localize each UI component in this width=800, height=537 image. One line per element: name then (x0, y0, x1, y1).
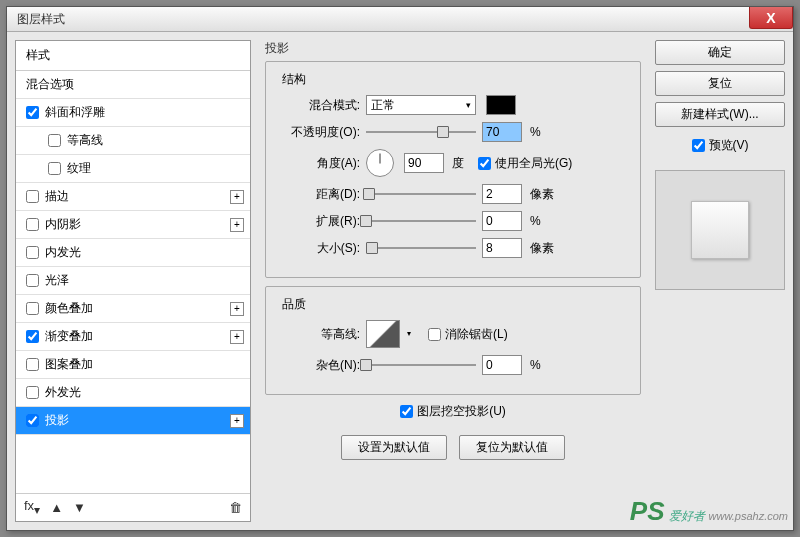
preview-checkbox[interactable]: 预览(V) (655, 137, 785, 154)
spread-row: 扩展(R): % (278, 211, 628, 231)
dialog-title: 图层样式 (17, 11, 65, 28)
effect-item[interactable]: 等高线 (16, 127, 250, 155)
effect-item[interactable]: 内发光 (16, 239, 250, 267)
noise-label: 杂色(N): (278, 357, 360, 374)
noise-input[interactable] (482, 355, 522, 375)
effect-checkbox[interactable] (26, 386, 39, 399)
shadow-color-swatch[interactable] (486, 95, 516, 115)
knockout-label: 图层挖空投影(U) (417, 403, 506, 420)
add-effect-icon[interactable]: + (230, 330, 244, 344)
ok-button[interactable]: 确定 (655, 40, 785, 65)
close-button[interactable]: X (749, 7, 793, 29)
effect-checkbox[interactable] (26, 106, 39, 119)
reset-button[interactable]: 复位 (655, 71, 785, 96)
distance-label: 距离(D): (278, 186, 360, 203)
global-light-input[interactable] (478, 157, 491, 170)
noise-slider[interactable] (366, 358, 476, 372)
effect-checkbox[interactable] (26, 246, 39, 259)
quality-title: 品质 (278, 296, 310, 313)
effect-item[interactable]: 图案叠加 (16, 351, 250, 379)
effect-checkbox[interactable] (26, 358, 39, 371)
effect-label: 纹理 (67, 160, 91, 177)
effect-label: 内发光 (45, 244, 81, 261)
distance-input[interactable] (482, 184, 522, 204)
opacity-label: 不透明度(O): (278, 124, 360, 141)
effect-label: 外发光 (45, 384, 81, 401)
layer-style-dialog: 图层样式 X 样式 混合选项 斜面和浮雕等高线纹理描边+内阴影+内发光光泽颜色叠… (6, 6, 794, 531)
antialias-input[interactable] (428, 328, 441, 341)
preview-input[interactable] (692, 139, 705, 152)
spread-input[interactable] (482, 211, 522, 231)
distance-slider[interactable] (366, 187, 476, 201)
titlebar: 图层样式 X (7, 7, 793, 32)
blend-mode-dropdown[interactable]: 正常 (366, 95, 476, 115)
effect-checkbox[interactable] (26, 302, 39, 315)
new-style-button[interactable]: 新建样式(W)... (655, 102, 785, 127)
styles-list-panel: 样式 混合选项 斜面和浮雕等高线纹理描边+内阴影+内发光光泽颜色叠加+渐变叠加+… (15, 40, 251, 522)
preview-swatch (691, 201, 749, 259)
contour-row: 等高线: 消除锯齿(L) (278, 320, 628, 348)
blend-mode-row: 混合模式: 正常 (278, 95, 628, 115)
reset-default-button[interactable]: 复位为默认值 (459, 435, 565, 460)
effect-label: 描边 (45, 188, 69, 205)
add-effect-icon[interactable]: + (230, 190, 244, 204)
preview-box (655, 170, 785, 290)
spread-unit: % (530, 214, 541, 228)
angle-unit: 度 (452, 155, 464, 172)
preview-label: 预览(V) (709, 137, 749, 154)
set-default-button[interactable]: 设置为默认值 (341, 435, 447, 460)
effect-item[interactable]: 外发光 (16, 379, 250, 407)
add-effect-icon[interactable]: + (230, 218, 244, 232)
distance-row: 距离(D): 像素 (278, 184, 628, 204)
effect-item[interactable]: 纹理 (16, 155, 250, 183)
size-input[interactable] (482, 238, 522, 258)
effect-checkbox[interactable] (48, 134, 61, 147)
up-icon[interactable]: ▲ (50, 500, 63, 515)
down-icon[interactable]: ▼ (73, 500, 86, 515)
trash-icon[interactable]: 🗑 (229, 500, 242, 515)
size-slider[interactable] (366, 241, 476, 255)
spread-slider[interactable] (366, 214, 476, 228)
effect-item[interactable]: 光泽 (16, 267, 250, 295)
opacity-slider[interactable] (366, 125, 476, 139)
add-effect-icon[interactable]: + (230, 302, 244, 316)
effect-item[interactable]: 投影+ (16, 407, 250, 435)
effect-checkbox[interactable] (26, 218, 39, 231)
opacity-unit: % (530, 125, 541, 139)
effect-checkbox[interactable] (26, 414, 39, 427)
blend-options-item[interactable]: 混合选项 (16, 71, 250, 99)
effect-checkbox[interactable] (26, 274, 39, 287)
watermark-text: 爱好者 (669, 508, 705, 525)
effect-checkbox[interactable] (48, 162, 61, 175)
add-effect-icon[interactable]: + (230, 414, 244, 428)
global-light-checkbox[interactable]: 使用全局光(G) (478, 155, 572, 172)
knockout-input[interactable] (400, 405, 413, 418)
effect-checkbox[interactable] (26, 330, 39, 343)
effect-label: 投影 (45, 412, 69, 429)
spread-label: 扩展(R): (278, 213, 360, 230)
blend-mode-label: 混合模式: (278, 97, 360, 114)
angle-input[interactable] (404, 153, 444, 173)
knockout-checkbox[interactable]: 图层挖空投影(U) (400, 403, 506, 420)
antialias-checkbox[interactable]: 消除锯齿(L) (428, 326, 508, 343)
styles-header: 样式 (16, 41, 250, 71)
opacity-input[interactable] (482, 122, 522, 142)
effects-list: 斜面和浮雕等高线纹理描边+内阴影+内发光光泽颜色叠加+渐变叠加+图案叠加外发光投… (16, 99, 250, 493)
styles-footer: fx▾ ▲ ▼ 🗑 (16, 493, 250, 521)
angle-label: 角度(A): (278, 155, 360, 172)
effect-item[interactable]: 颜色叠加+ (16, 295, 250, 323)
angle-dial[interactable] (366, 149, 394, 177)
structure-fieldset: 结构 混合模式: 正常 不透明度(O): % (265, 61, 641, 278)
effect-item[interactable]: 描边+ (16, 183, 250, 211)
dialog-content: 样式 混合选项 斜面和浮雕等高线纹理描边+内阴影+内发光光泽颜色叠加+渐变叠加+… (7, 32, 793, 530)
effect-item[interactable]: 渐变叠加+ (16, 323, 250, 351)
effect-label: 光泽 (45, 272, 69, 289)
effect-item[interactable]: 斜面和浮雕 (16, 99, 250, 127)
effect-item[interactable]: 内阴影+ (16, 211, 250, 239)
contour-picker[interactable] (366, 320, 400, 348)
effect-label: 渐变叠加 (45, 328, 93, 345)
effect-checkbox[interactable] (26, 190, 39, 203)
fx-icon[interactable]: fx▾ (24, 498, 40, 517)
effect-label: 等高线 (67, 132, 103, 149)
contour-label: 等高线: (278, 326, 360, 343)
